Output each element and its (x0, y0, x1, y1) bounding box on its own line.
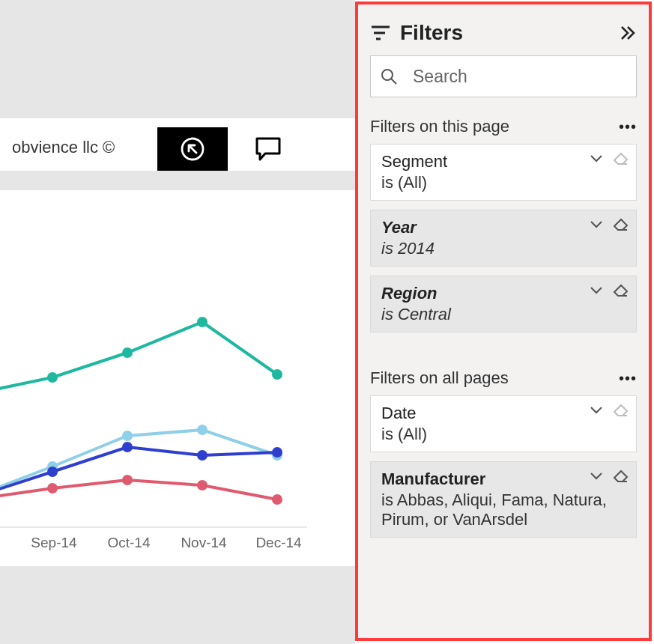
eraser-icon[interactable] (614, 470, 629, 483)
section-more-icon[interactable]: ••• (619, 370, 637, 387)
svg-point-7 (122, 431, 133, 441)
section-heading: Filters on all pages (370, 368, 509, 388)
chevron-down-icon[interactable] (590, 406, 603, 415)
svg-point-21 (382, 70, 393, 80)
eraser-icon[interactable] (614, 404, 629, 417)
svg-marker-27 (614, 285, 627, 296)
filter-value: is (All) (381, 173, 626, 192)
filter-value: is Central (381, 305, 626, 324)
comment-icon (255, 136, 282, 162)
copyright-text: obvience llc © (12, 138, 115, 157)
search-input[interactable] (411, 66, 627, 88)
svg-marker-23 (614, 154, 627, 164)
svg-point-4 (197, 317, 208, 327)
svg-point-3 (122, 347, 133, 358)
filters-search[interactable] (370, 55, 637, 97)
comment-button[interactable] (243, 127, 294, 171)
filters-pane: Filters Filters on this page ••• Segment… (355, 1, 652, 641)
svg-line-22 (391, 79, 396, 84)
svg-point-8 (197, 425, 208, 435)
svg-marker-25 (614, 219, 627, 230)
svg-point-11 (122, 442, 133, 452)
x-axis-tick: Dec-14 (245, 535, 312, 551)
filter-card-year[interactable]: Year is 2014 (370, 210, 637, 267)
svg-point-5 (272, 369, 282, 380)
svg-point-10 (47, 467, 58, 477)
footer-area (0, 566, 355, 644)
line-chart-panel[interactable]: Sep-14 Oct-14 Nov-14 Dec-14 (0, 190, 355, 566)
filter-card-region[interactable]: Region is Central (370, 276, 637, 332)
eraser-icon[interactable] (614, 152, 629, 165)
eraser-icon[interactable] (614, 284, 629, 297)
svg-point-14 (47, 483, 58, 493)
left-column: obvience llc © (0, 0, 355, 644)
filter-value: is Abbas, Aliqui, Fama, Natura, Pirum, o… (381, 490, 626, 529)
svg-point-13 (272, 447, 282, 458)
filters-on-this-page-section: Filters on this page ••• Segment is (All… (367, 117, 640, 332)
collapse-pane-icon[interactable] (620, 25, 637, 40)
filter-value: is (All) (381, 425, 626, 444)
x-axis-tick: Oct-14 (95, 535, 163, 551)
line-chart-svg (0, 190, 355, 566)
chevron-down-icon[interactable] (590, 154, 603, 163)
chevron-down-icon[interactable] (590, 286, 603, 295)
chevron-down-icon[interactable] (590, 472, 603, 481)
filters-header: Filters (367, 4, 640, 55)
filter-card-manufacturer[interactable]: Manufacturer is Abbas, Aliqui, Fama, Nat… (370, 461, 637, 538)
filter-card-date[interactable]: Date is (All) (370, 395, 637, 452)
arrow-circle-icon (178, 135, 207, 163)
search-icon (380, 67, 398, 85)
focus-mode-button[interactable] (157, 127, 228, 171)
x-axis-tick: Nov-14 (170, 535, 237, 551)
filters-on-all-pages-section: Filters on all pages ••• Date is (All) M… (367, 368, 640, 538)
gap-strip (0, 171, 355, 190)
visual-header-strip: obvience llc © (0, 127, 299, 171)
filter-value: is 2014 (381, 239, 626, 258)
section-more-icon[interactable]: ••• (619, 118, 637, 136)
x-axis-tick: Sep-14 (20, 535, 88, 551)
filter-card-segment[interactable]: Segment is (All) (370, 144, 637, 201)
section-heading: Filters on this page (370, 117, 509, 136)
svg-point-12 (197, 450, 208, 461)
svg-marker-29 (614, 405, 627, 416)
svg-marker-31 (614, 471, 627, 482)
svg-point-15 (122, 475, 133, 485)
svg-point-2 (47, 372, 58, 383)
filter-icon (372, 25, 390, 41)
svg-point-17 (272, 494, 282, 505)
svg-point-16 (197, 480, 208, 490)
ribbon-area (0, 0, 355, 118)
chevron-down-icon[interactable] (590, 220, 603, 229)
eraser-icon[interactable] (614, 218, 629, 231)
filters-title: Filters (400, 21, 463, 45)
